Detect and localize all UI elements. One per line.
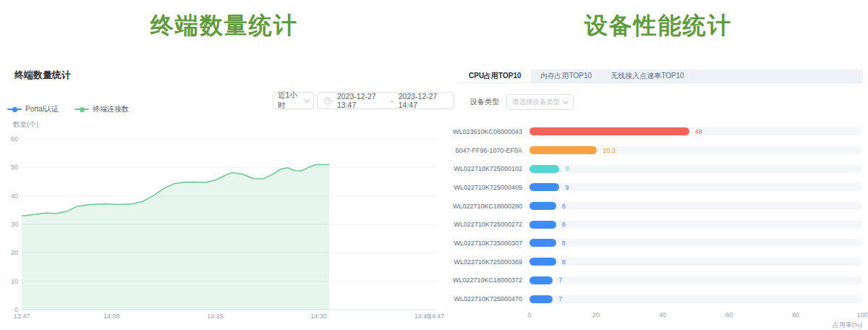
bar bbox=[529, 165, 559, 173]
tab-memory-top10[interactable]: 内存占用TOP10 bbox=[531, 69, 602, 82]
device-type-placeholder: 请选择设备类型 bbox=[512, 98, 561, 107]
bar-track: 9 bbox=[529, 165, 862, 173]
performance-tabs: CPU占用TOP10 内存占用TOP10 无线接入点速率TOP10 bbox=[459, 69, 863, 83]
svg-text:30: 30 bbox=[11, 221, 18, 228]
device-serial-label: WL022710K725000369 bbox=[448, 258, 526, 266]
bar-row: WL022710K7250002728 bbox=[448, 215, 868, 234]
device-serial-label: WL022710KC18000372 bbox=[448, 276, 526, 284]
bar-track: 7 bbox=[529, 295, 862, 303]
device-serial-label: WL022710KC18000280 bbox=[448, 203, 526, 210]
chevron-down-icon bbox=[563, 98, 569, 103]
bar bbox=[529, 202, 556, 210]
date-range-picker[interactable]: 2023-12-27 13:47 - 2023-12-27 14:47 bbox=[317, 92, 454, 109]
bar-value: 8 bbox=[562, 258, 566, 266]
device-serial-label: WL022710K725000307 bbox=[448, 240, 526, 247]
bar bbox=[529, 221, 556, 229]
svg-text:50: 50 bbox=[11, 164, 18, 171]
left-section-heading: 终端数量统计 bbox=[0, 10, 448, 42]
bar bbox=[529, 258, 556, 266]
clock-icon bbox=[324, 97, 332, 105]
svg-text:14:30: 14:30 bbox=[310, 313, 327, 320]
bar-track: 9 bbox=[529, 183, 862, 191]
svg-text:14:45: 14:45 bbox=[414, 313, 431, 320]
cpu-top10-bar-chart: WL023610KC06000043486047-FF96-1070-EF0A2… bbox=[448, 122, 868, 308]
bar bbox=[529, 127, 689, 135]
terminal-count-panel: 终端数量统计 终端数量统计 近1小时 2023-12-27 13:47 - 20… bbox=[0, 0, 448, 330]
time-range-value: 近1小时 bbox=[278, 90, 305, 111]
legend-item-terminal-connections[interactable]: 终端连接数 bbox=[75, 104, 129, 114]
bar-track: 8 bbox=[529, 202, 862, 210]
bar-row: WL023610KC0600004348 bbox=[448, 122, 868, 141]
bar-row: WL022710K7250003698 bbox=[448, 253, 868, 271]
svg-text:14:15: 14:15 bbox=[207, 313, 224, 320]
bar-row: WL022710K7250004707 bbox=[448, 289, 868, 308]
device-type-label: 设备类型 bbox=[470, 97, 499, 107]
chart-legend: Portal认证 终端连接数 bbox=[7, 104, 129, 114]
svg-text:40: 40 bbox=[11, 192, 18, 200]
device-type-select[interactable]: 请选择设备类型 bbox=[506, 94, 574, 110]
x-axis-tick: 100 bbox=[856, 311, 867, 318]
bar bbox=[529, 146, 597, 154]
bar-value: 8 bbox=[562, 203, 566, 211]
legend-line-dot-icon bbox=[7, 109, 22, 110]
bar-value: 9 bbox=[565, 165, 569, 173]
right-section-heading: 设备性能统计 bbox=[448, 10, 868, 42]
bar bbox=[529, 276, 553, 284]
device-serial-label: WL022710K725000470 bbox=[448, 295, 526, 302]
bar bbox=[529, 183, 559, 191]
device-type-filter: 设备类型 请选择设备类型 bbox=[470, 94, 574, 110]
terminal-chart-title: 终端数量统计 bbox=[14, 69, 71, 82]
x-axis-tick: 80 bbox=[792, 311, 799, 318]
legend-label: Portal认证 bbox=[25, 104, 59, 114]
bar bbox=[529, 239, 556, 247]
legend-label: 终端连接数 bbox=[93, 104, 129, 114]
x-axis-tick: 0 bbox=[527, 311, 531, 318]
tab-cpu-top10[interactable]: CPU占用TOP10 bbox=[459, 69, 531, 82]
bar-value: 48 bbox=[695, 128, 702, 136]
device-serial-label: WL022710K725000409 bbox=[448, 184, 526, 191]
bar-value: 20.3 bbox=[603, 147, 616, 155]
bar-value: 9 bbox=[565, 184, 569, 192]
dashboard: 终端数量统计 终端数量统计 近1小时 2023-12-27 13:47 - 20… bbox=[0, 0, 868, 330]
x-axis-tick: 40 bbox=[659, 311, 666, 318]
svg-text:60: 60 bbox=[11, 135, 18, 143]
bar-row: WL022710K7250004099 bbox=[448, 178, 868, 197]
x-axis-tick: 20 bbox=[592, 311, 600, 318]
chevron-down-icon bbox=[304, 96, 310, 102]
bar-track: 48 bbox=[529, 127, 862, 135]
date-separator: - bbox=[391, 96, 393, 105]
bar-chart-x-axis: 020406080100 bbox=[529, 311, 862, 320]
tab-wireless-ap-rate-top10[interactable]: 无线接入点速率TOP10 bbox=[601, 69, 694, 82]
svg-text:10: 10 bbox=[11, 278, 18, 285]
y-axis-title: 数量(个) bbox=[13, 120, 38, 130]
svg-text:13:47: 13:47 bbox=[14, 313, 30, 320]
bar-track: 8 bbox=[529, 239, 862, 247]
svg-text:0: 0 bbox=[14, 306, 18, 313]
bar-value: 8 bbox=[562, 221, 566, 229]
bar-value: 7 bbox=[558, 295, 562, 303]
bar-row: 6047-FF96-1070-EF0A20.3 bbox=[448, 141, 868, 160]
device-serial-label: WL022710K725000272 bbox=[448, 221, 526, 228]
legend-item-portal[interactable]: Portal认证 bbox=[7, 104, 59, 114]
bar-value: 8 bbox=[562, 240, 566, 248]
device-serial-label: WL022710K725000102 bbox=[448, 165, 526, 172]
device-performance-panel: 设备性能统计 CPU占用TOP10 内存占用TOP10 无线接入点速率TOP10… bbox=[448, 0, 868, 330]
terminal-trend-chart: 010203040506013:4714:0014:1514:3014:4514… bbox=[0, 0, 448, 330]
bar-value: 7 bbox=[558, 276, 562, 284]
legend-line-dot-icon bbox=[75, 109, 89, 110]
time-range-select[interactable]: 近1小时 bbox=[273, 92, 314, 109]
date-start: 2023-12-27 13:47 bbox=[337, 92, 386, 109]
device-serial-label: 6047-FF96-1070-EF0A bbox=[448, 147, 526, 154]
x-axis-title: 占用率(%) bbox=[529, 321, 862, 330]
bar-row: WL022710K7250003078 bbox=[448, 234, 868, 253]
bar-track: 8 bbox=[529, 258, 862, 266]
bar-row: WL022710KC180003727 bbox=[448, 271, 868, 290]
bar-track: 20.3 bbox=[529, 146, 862, 154]
bar-row: WL022710KC180002808 bbox=[448, 197, 868, 216]
svg-text:14:47: 14:47 bbox=[428, 313, 445, 320]
date-end: 2023-12-27 14:47 bbox=[399, 92, 447, 109]
svg-text:14:00: 14:00 bbox=[103, 313, 120, 320]
bar-track: 7 bbox=[529, 276, 862, 284]
svg-text:20: 20 bbox=[11, 249, 18, 256]
x-axis-tick: 60 bbox=[726, 311, 733, 318]
